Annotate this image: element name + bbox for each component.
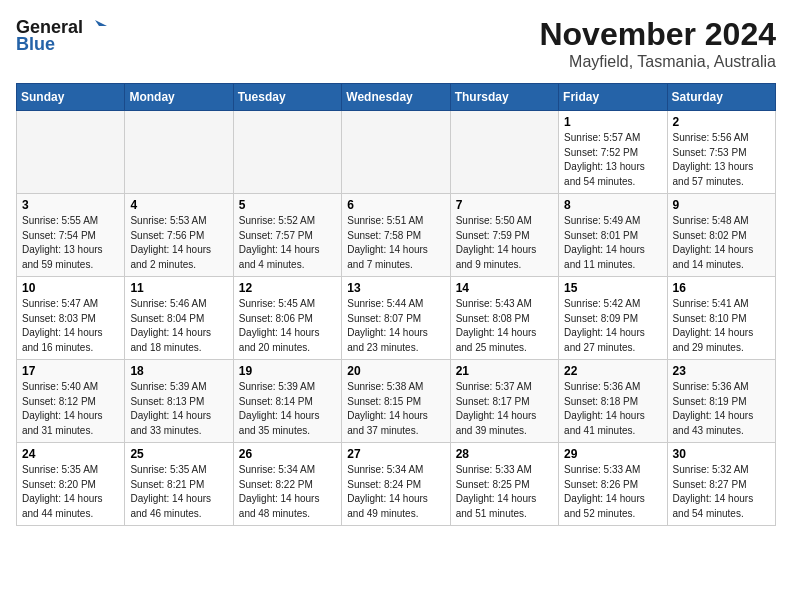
day-info: Sunrise: 5:37 AMSunset: 8:17 PMDaylight:… — [456, 381, 537, 436]
calendar-cell: 2Sunrise: 5:56 AMSunset: 7:53 PMDaylight… — [667, 111, 775, 194]
calendar-cell: 5Sunrise: 5:52 AMSunset: 7:57 PMDaylight… — [233, 194, 341, 277]
day-info: Sunrise: 5:40 AMSunset: 8:12 PMDaylight:… — [22, 381, 103, 436]
weekday-header-wednesday: Wednesday — [342, 84, 450, 111]
calendar-cell: 12Sunrise: 5:45 AMSunset: 8:06 PMDayligh… — [233, 277, 341, 360]
day-info: Sunrise: 5:52 AMSunset: 7:57 PMDaylight:… — [239, 215, 320, 270]
calendar-cell: 15Sunrise: 5:42 AMSunset: 8:09 PMDayligh… — [559, 277, 667, 360]
weekday-header-monday: Monday — [125, 84, 233, 111]
day-info: Sunrise: 5:43 AMSunset: 8:08 PMDaylight:… — [456, 298, 537, 353]
calendar-week-4: 17Sunrise: 5:40 AMSunset: 8:12 PMDayligh… — [17, 360, 776, 443]
day-info: Sunrise: 5:46 AMSunset: 8:04 PMDaylight:… — [130, 298, 211, 353]
day-number: 9 — [673, 198, 770, 212]
day-number: 28 — [456, 447, 553, 461]
location: Mayfield, Tasmania, Australia — [539, 53, 776, 71]
calendar-cell: 23Sunrise: 5:36 AMSunset: 8:19 PMDayligh… — [667, 360, 775, 443]
day-info: Sunrise: 5:57 AMSunset: 7:52 PMDaylight:… — [564, 132, 645, 187]
calendar-body: 1Sunrise: 5:57 AMSunset: 7:52 PMDaylight… — [17, 111, 776, 526]
day-info: Sunrise: 5:35 AMSunset: 8:21 PMDaylight:… — [130, 464, 211, 519]
day-number: 3 — [22, 198, 119, 212]
day-info: Sunrise: 5:34 AMSunset: 8:22 PMDaylight:… — [239, 464, 320, 519]
day-info: Sunrise: 5:51 AMSunset: 7:58 PMDaylight:… — [347, 215, 428, 270]
calendar: SundayMondayTuesdayWednesdayThursdayFrid… — [16, 83, 776, 526]
svg-marker-0 — [95, 20, 107, 26]
calendar-cell: 21Sunrise: 5:37 AMSunset: 8:17 PMDayligh… — [450, 360, 558, 443]
calendar-cell: 22Sunrise: 5:36 AMSunset: 8:18 PMDayligh… — [559, 360, 667, 443]
calendar-week-1: 1Sunrise: 5:57 AMSunset: 7:52 PMDaylight… — [17, 111, 776, 194]
calendar-cell — [17, 111, 125, 194]
weekday-header-tuesday: Tuesday — [233, 84, 341, 111]
calendar-cell: 13Sunrise: 5:44 AMSunset: 8:07 PMDayligh… — [342, 277, 450, 360]
title-area: November 2024 Mayfield, Tasmania, Austra… — [539, 16, 776, 71]
calendar-week-2: 3Sunrise: 5:55 AMSunset: 7:54 PMDaylight… — [17, 194, 776, 277]
day-number: 12 — [239, 281, 336, 295]
calendar-cell: 1Sunrise: 5:57 AMSunset: 7:52 PMDaylight… — [559, 111, 667, 194]
logo-text-blue: Blue — [16, 34, 55, 55]
calendar-cell: 18Sunrise: 5:39 AMSunset: 8:13 PMDayligh… — [125, 360, 233, 443]
day-info: Sunrise: 5:45 AMSunset: 8:06 PMDaylight:… — [239, 298, 320, 353]
day-number: 23 — [673, 364, 770, 378]
day-number: 29 — [564, 447, 661, 461]
calendar-cell: 6Sunrise: 5:51 AMSunset: 7:58 PMDaylight… — [342, 194, 450, 277]
day-info: Sunrise: 5:47 AMSunset: 8:03 PMDaylight:… — [22, 298, 103, 353]
day-number: 19 — [239, 364, 336, 378]
calendar-cell — [125, 111, 233, 194]
calendar-cell: 9Sunrise: 5:48 AMSunset: 8:02 PMDaylight… — [667, 194, 775, 277]
calendar-cell: 27Sunrise: 5:34 AMSunset: 8:24 PMDayligh… — [342, 443, 450, 526]
day-info: Sunrise: 5:32 AMSunset: 8:27 PMDaylight:… — [673, 464, 754, 519]
month-title: November 2024 — [539, 16, 776, 53]
calendar-cell: 16Sunrise: 5:41 AMSunset: 8:10 PMDayligh… — [667, 277, 775, 360]
calendar-cell: 25Sunrise: 5:35 AMSunset: 8:21 PMDayligh… — [125, 443, 233, 526]
day-info: Sunrise: 5:39 AMSunset: 8:14 PMDaylight:… — [239, 381, 320, 436]
calendar-cell: 26Sunrise: 5:34 AMSunset: 8:22 PMDayligh… — [233, 443, 341, 526]
day-number: 11 — [130, 281, 227, 295]
day-number: 21 — [456, 364, 553, 378]
calendar-cell: 29Sunrise: 5:33 AMSunset: 8:26 PMDayligh… — [559, 443, 667, 526]
day-info: Sunrise: 5:49 AMSunset: 8:01 PMDaylight:… — [564, 215, 645, 270]
calendar-cell — [342, 111, 450, 194]
day-info: Sunrise: 5:38 AMSunset: 8:15 PMDaylight:… — [347, 381, 428, 436]
day-info: Sunrise: 5:36 AMSunset: 8:18 PMDaylight:… — [564, 381, 645, 436]
header: General Blue November 2024 Mayfield, Tas… — [16, 16, 776, 71]
calendar-cell: 20Sunrise: 5:38 AMSunset: 8:15 PMDayligh… — [342, 360, 450, 443]
day-info: Sunrise: 5:33 AMSunset: 8:26 PMDaylight:… — [564, 464, 645, 519]
calendar-cell: 30Sunrise: 5:32 AMSunset: 8:27 PMDayligh… — [667, 443, 775, 526]
calendar-cell: 28Sunrise: 5:33 AMSunset: 8:25 PMDayligh… — [450, 443, 558, 526]
calendar-cell: 11Sunrise: 5:46 AMSunset: 8:04 PMDayligh… — [125, 277, 233, 360]
day-info: Sunrise: 5:48 AMSunset: 8:02 PMDaylight:… — [673, 215, 754, 270]
calendar-week-5: 24Sunrise: 5:35 AMSunset: 8:20 PMDayligh… — [17, 443, 776, 526]
weekday-header-sunday: Sunday — [17, 84, 125, 111]
weekday-row: SundayMondayTuesdayWednesdayThursdayFrid… — [17, 84, 776, 111]
calendar-cell — [233, 111, 341, 194]
calendar-cell: 3Sunrise: 5:55 AMSunset: 7:54 PMDaylight… — [17, 194, 125, 277]
calendar-cell: 19Sunrise: 5:39 AMSunset: 8:14 PMDayligh… — [233, 360, 341, 443]
calendar-cell: 10Sunrise: 5:47 AMSunset: 8:03 PMDayligh… — [17, 277, 125, 360]
day-info: Sunrise: 5:44 AMSunset: 8:07 PMDaylight:… — [347, 298, 428, 353]
day-number: 7 — [456, 198, 553, 212]
day-number: 4 — [130, 198, 227, 212]
day-info: Sunrise: 5:50 AMSunset: 7:59 PMDaylight:… — [456, 215, 537, 270]
day-number: 14 — [456, 281, 553, 295]
calendar-header: SundayMondayTuesdayWednesdayThursdayFrid… — [17, 84, 776, 111]
day-number: 30 — [673, 447, 770, 461]
day-info: Sunrise: 5:55 AMSunset: 7:54 PMDaylight:… — [22, 215, 103, 270]
calendar-cell: 17Sunrise: 5:40 AMSunset: 8:12 PMDayligh… — [17, 360, 125, 443]
calendar-cell: 14Sunrise: 5:43 AMSunset: 8:08 PMDayligh… — [450, 277, 558, 360]
day-number: 8 — [564, 198, 661, 212]
day-number: 5 — [239, 198, 336, 212]
day-info: Sunrise: 5:33 AMSunset: 8:25 PMDaylight:… — [456, 464, 537, 519]
day-number: 22 — [564, 364, 661, 378]
day-number: 13 — [347, 281, 444, 295]
day-number: 15 — [564, 281, 661, 295]
logo-bird-icon — [85, 16, 107, 38]
day-number: 26 — [239, 447, 336, 461]
day-info: Sunrise: 5:56 AMSunset: 7:53 PMDaylight:… — [673, 132, 754, 187]
day-number: 10 — [22, 281, 119, 295]
day-number: 16 — [673, 281, 770, 295]
calendar-week-3: 10Sunrise: 5:47 AMSunset: 8:03 PMDayligh… — [17, 277, 776, 360]
logo: General Blue — [16, 16, 107, 55]
calendar-cell — [450, 111, 558, 194]
day-info: Sunrise: 5:39 AMSunset: 8:13 PMDaylight:… — [130, 381, 211, 436]
day-number: 18 — [130, 364, 227, 378]
day-number: 27 — [347, 447, 444, 461]
day-info: Sunrise: 5:42 AMSunset: 8:09 PMDaylight:… — [564, 298, 645, 353]
